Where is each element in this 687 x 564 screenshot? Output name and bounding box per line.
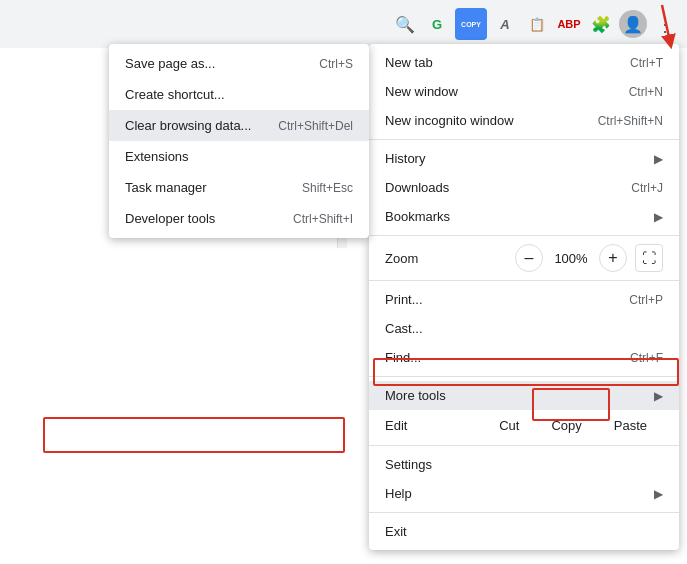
divider-2 <box>369 235 679 236</box>
sub-menu-item-extensions[interactable]: Extensions <box>109 141 369 172</box>
profile-icon[interactable]: 👤 <box>619 10 647 38</box>
zoom-row: Zoom – 100% + ⛶ <box>369 240 679 276</box>
divider-3 <box>369 280 679 281</box>
chevron-right-icon-2: ▶ <box>654 210 663 224</box>
menu-item-new-window[interactable]: New window Ctrl+N <box>369 77 679 106</box>
sub-menu-item-developer-tools[interactable]: Developer tools Ctrl+Shift+I <box>109 203 369 234</box>
menu-icon[interactable]: ⋮ <box>651 10 679 38</box>
copy-button[interactable]: Copy <box>535 414 597 437</box>
menu-item-new-tab[interactable]: New tab Ctrl+T <box>369 48 679 77</box>
chevron-right-icon: ▶ <box>654 152 663 166</box>
menu-item-bookmarks[interactable]: Bookmarks ▶ <box>369 202 679 231</box>
cut-button[interactable]: Cut <box>483 414 535 437</box>
zoom-value: 100% <box>551 251 591 266</box>
menu-item-settings[interactable]: Settings <box>369 450 679 479</box>
sub-menu-item-create-shortcut[interactable]: Create shortcut... <box>109 79 369 110</box>
edit-row: Edit Cut Copy Paste <box>369 410 679 441</box>
sub-menu-more-tools: Save page as... Ctrl+S Create shortcut..… <box>109 44 369 238</box>
sub-menu-item-save-page[interactable]: Save page as... Ctrl+S <box>109 48 369 79</box>
menu-item-downloads[interactable]: Downloads Ctrl+J <box>369 173 679 202</box>
sub-menu-item-clear-browsing[interactable]: Clear browsing data... Ctrl+Shift+Del <box>109 110 369 141</box>
divider-5 <box>369 445 679 446</box>
puzzle-icon[interactable]: 🧩 <box>587 10 615 38</box>
zoom-in-button[interactable]: + <box>599 244 627 272</box>
chevron-right-icon-4: ▶ <box>654 487 663 501</box>
grammarly-icon[interactable]: G <box>423 10 451 38</box>
paste-button[interactable]: Paste <box>598 414 663 437</box>
menu-item-exit[interactable]: Exit <box>369 517 679 546</box>
zoom-controls: – 100% + ⛶ <box>515 244 663 272</box>
reader-icon[interactable]: 📋 <box>523 10 551 38</box>
menu-item-help[interactable]: Help ▶ <box>369 479 679 508</box>
adblock-icon[interactable]: ABP <box>555 10 583 38</box>
menu-item-more-tools[interactable]: More tools ▶ <box>369 381 679 410</box>
divider-6 <box>369 512 679 513</box>
menu-item-print[interactable]: Print... Ctrl+P <box>369 285 679 314</box>
menu-item-cast[interactable]: Cast... <box>369 314 679 343</box>
chevron-right-icon-3: ▶ <box>654 389 663 403</box>
divider-4 <box>369 376 679 377</box>
copy-extension-icon[interactable]: COPY <box>455 8 487 40</box>
menu-item-incognito[interactable]: New incognito window Ctrl+Shift+N <box>369 106 679 135</box>
sub-menu-item-task-manager[interactable]: Task manager Shift+Esc <box>109 172 369 203</box>
main-menu: New tab Ctrl+T New window Ctrl+N New inc… <box>369 44 679 550</box>
divider-1 <box>369 139 679 140</box>
zoom-out-button[interactable]: – <box>515 244 543 272</box>
edit-buttons: Cut Copy Paste <box>483 414 663 437</box>
menu-item-find[interactable]: Find... Ctrl+F <box>369 343 679 372</box>
browser-toolbar: 🔍 G COPY A 📋 ABP 🧩 👤 ⋮ <box>0 0 687 48</box>
zoom-fullscreen-button[interactable]: ⛶ <box>635 244 663 272</box>
search-icon[interactable]: 🔍 <box>391 10 419 38</box>
menu-item-history[interactable]: History ▶ <box>369 144 679 173</box>
a-font-icon[interactable]: A <box>491 10 519 38</box>
